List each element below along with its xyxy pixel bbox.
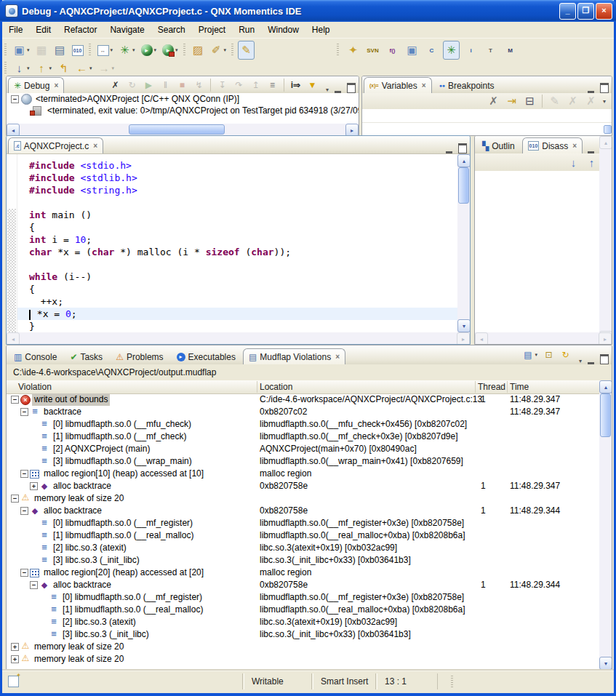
maximize-editor-icon[interactable] <box>458 143 467 153</box>
collapse-icon[interactable]: − <box>11 396 19 404</box>
minimize-view-icon[interactable] <box>588 356 594 364</box>
scroll-right-icon[interactable]: ▸ <box>345 124 359 136</box>
scroll-left-icon[interactable]: ◂ <box>7 124 20 136</box>
close-tab-icon[interactable]: × <box>572 142 577 150</box>
editor-vertical-scrollbar[interactable]: ▴▾ <box>457 154 470 332</box>
debug-icon[interactable]: ✳▾ <box>116 41 137 60</box>
scroll-thumb[interactable] <box>458 167 469 204</box>
last-edit-location-icon[interactable]: ↰ <box>55 59 72 78</box>
memory-perspective-icon[interactable]: M <box>502 41 519 60</box>
tab-tasks[interactable]: ✔Tasks <box>64 348 108 364</box>
scroll-track[interactable] <box>599 393 612 657</box>
resource-perspective-icon[interactable]: ▣ <box>404 41 420 60</box>
profile-icon[interactable]: ▸▾ <box>160 41 180 60</box>
c-perspective-icon[interactable]: C <box>423 41 440 60</box>
table-vertical-scrollbar[interactable]: ▴▾ <box>599 380 612 670</box>
view-menu-icon[interactable]: ▾ <box>579 358 582 364</box>
target-perspective-icon[interactable]: T <box>482 41 499 60</box>
violation-row[interactable]: −×write out of boundsC:/ide-4.6-workspac… <box>7 393 599 406</box>
print-icon[interactable]: ▤ <box>52 41 68 60</box>
disassembly-content[interactable] <box>475 171 612 332</box>
scroll-up-icon[interactable]: ▴ <box>457 154 471 167</box>
violation-row[interactable]: +⚠memory leak of size 20 <box>7 641 599 653</box>
collapse-icon[interactable]: − <box>20 507 28 515</box>
menu-window[interactable]: Window <box>262 23 305 36</box>
collapse-icon[interactable]: − <box>30 581 38 589</box>
next-annotation-icon[interactable]: ↓▾ <box>11 59 32 78</box>
violation-row[interactable]: ≡[3] libc.so.3 (_init_libc)libc.so.3(_in… <box>7 554 599 567</box>
violation-row[interactable]: −malloc region[20] (heap) accessed at [2… <box>7 567 599 579</box>
tab-executables[interactable]: ▸Executables <box>171 348 241 364</box>
run-icon[interactable]: ▸▾ <box>139 41 159 60</box>
tab-debug[interactable]: ✳Debug× <box>8 77 64 93</box>
tab-console[interactable]: ▥Console <box>8 348 63 364</box>
column-header-location[interactable]: Location <box>260 382 292 392</box>
expand-icon[interactable]: + <box>11 655 19 663</box>
add-global-variables-icon[interactable]: ⇥ <box>503 92 520 111</box>
collapse-icon[interactable]: − <box>20 470 28 478</box>
debug-launch-tree[interactable]: −<terminated>AQNXProject [C/C++ QNX QCon… <box>7 93 359 124</box>
scroll-track[interactable] <box>488 332 599 344</box>
close-tab-icon[interactable]: × <box>422 81 426 89</box>
editor-ruler[interactable] <box>7 154 17 332</box>
violation-row[interactable]: ≡[3] libc.so.3 (_init_libc)libc.so.3(_in… <box>7 628 599 641</box>
step-filters-icon[interactable]: ▼ <box>305 77 320 93</box>
tab-problems[interactable]: ⚠Problems <box>110 348 169 364</box>
minimize-view-icon[interactable] <box>335 85 341 93</box>
column-header-violation[interactable]: Violation <box>18 382 52 392</box>
violation-row[interactable]: ≡[1] libmudflapth.so.0 (__mf_check)libmu… <box>7 431 599 443</box>
back-icon[interactable]: ←▾ <box>73 59 95 78</box>
menu-project[interactable]: Project <box>193 23 231 36</box>
violation-row[interactable]: +⚠memory leak of size 20 <box>7 653 599 665</box>
close-tab-icon[interactable]: × <box>93 142 97 150</box>
violation-row[interactable]: ≡[0] libmudflapth.so.0 (__mfu_check)libm… <box>7 418 599 431</box>
close-tab-icon[interactable]: × <box>54 81 58 89</box>
menu-help[interactable]: Help <box>306 23 336 36</box>
violation-row[interactable]: ≡[2] libc.so.3 (atexit)libc.so.3(atexit+… <box>7 542 599 554</box>
search-icon[interactable]: ✐▾ <box>208 41 229 60</box>
violation-row[interactable]: −⚠memory leak of size 20 <box>7 492 599 505</box>
menu-file[interactable]: File <box>3 23 28 36</box>
show-full-paths-icon[interactable]: i⇒ <box>288 77 303 93</box>
scroll-down-icon[interactable]: ▾ <box>457 319 471 332</box>
show-type-names-icon[interactable]: ✗ <box>485 92 502 111</box>
open-output-icon[interactable]: ▤▾ <box>520 347 540 363</box>
close-window-icon[interactable]: × <box>596 3 612 20</box>
table-header[interactable]: ViolationLocationThreadTime <box>7 380 599 394</box>
scroll-down-icon[interactable]: ▾ <box>599 657 612 670</box>
view-menu-icon[interactable]: ▾ <box>326 87 329 93</box>
violation-row[interactable]: ≡[1] libmudflapth.so.0 (__real_malloc)li… <box>7 604 599 616</box>
scroll-up-icon[interactable]: ▴ <box>599 136 612 149</box>
violation-row[interactable]: +◆alloc backtrace0xb820758e111:48.29.347 <box>7 480 599 492</box>
collapse-icon[interactable]: − <box>11 95 19 103</box>
variables-table[interactable] <box>362 109 612 135</box>
violation-row[interactable]: −≡backtrace0xb8207c0211:48.29.347 <box>7 406 599 418</box>
tab-variables[interactable]: (x)=Variables× <box>364 77 432 93</box>
close-tab-icon[interactable]: × <box>335 353 340 361</box>
maximize-view-icon[interactable] <box>347 83 356 93</box>
maximize-view-icon[interactable] <box>600 83 609 93</box>
violation-row[interactable]: ≡[0] libmudflapth.so.0 (__mf_register)li… <box>7 517 599 529</box>
scroll-track[interactable] <box>599 149 612 331</box>
violation-row[interactable]: ≡[1] libmudflapth.so.0 (__real_malloc)li… <box>7 529 599 542</box>
violation-row[interactable]: ≡[2] AQNXCProject (main)AQNXCProject(mai… <box>7 443 599 455</box>
violation-row[interactable]: ≡[0] libmudflapth.so.0 (__mf_register)li… <box>7 591 599 604</box>
tab-mudflap-violations[interactable]: ▤Mudflap Violations× <box>243 348 345 364</box>
open-perspective-icon[interactable]: ✦ <box>345 41 361 60</box>
instruction-stepping-icon[interactable]: ≡ <box>265 77 280 93</box>
debug-horizontal-scrollbar[interactable]: ◂▸ <box>7 124 359 135</box>
collapse-all-icon[interactable]: ⊟ <box>521 92 538 111</box>
violation-row[interactable]: −◆alloc backtrace0xb820758e111:48.29.344 <box>7 579 599 591</box>
scroll-right-icon[interactable]: ▸ <box>457 332 470 345</box>
open-element-icon[interactable]: ▨ <box>190 41 207 60</box>
previous-annotation-icon[interactable]: ↑▾ <box>33 59 55 78</box>
minimize-window-icon[interactable]: _ <box>559 3 576 20</box>
binary-editor-icon[interactable]: 010 <box>70 41 86 60</box>
expand-icon[interactable]: + <box>11 643 19 651</box>
debug-perspective-icon[interactable]: ✳ <box>443 41 460 60</box>
menu-search[interactable]: Search <box>152 23 191 36</box>
tab-aqnxcproject-c[interactable]: .cAQNXCProject.c× <box>8 137 103 153</box>
tab-outlin[interactable]: ▚Outlin <box>476 137 521 153</box>
code-editor[interactable]: #include <stdio.h>#include <stdlib.h>#in… <box>17 154 457 332</box>
svn-perspective-icon[interactable]: SVN <box>364 41 381 60</box>
